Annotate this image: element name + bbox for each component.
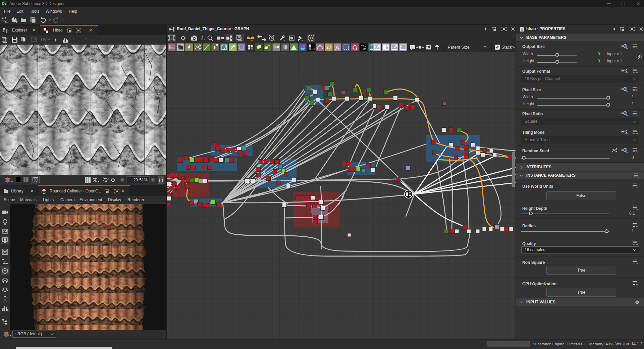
svg-text:01: 01 bbox=[312, 47, 315, 51]
svg-text:Stack: Stack bbox=[501, 45, 512, 50]
svg-text:UV: UV bbox=[41, 38, 47, 42]
svg-text:i: i bbox=[55, 37, 56, 43]
svg-text:»: » bbox=[512, 44, 515, 50]
svg-text:»: » bbox=[484, 44, 487, 50]
svg-text:i: i bbox=[201, 36, 203, 41]
svg-text:Parent Size:: Parent Size: bbox=[448, 45, 471, 50]
svg-text:23.51%: 23.51% bbox=[133, 178, 148, 182]
svg-text:01: 01 bbox=[363, 48, 367, 51]
svg-text:A: A bbox=[335, 45, 339, 51]
